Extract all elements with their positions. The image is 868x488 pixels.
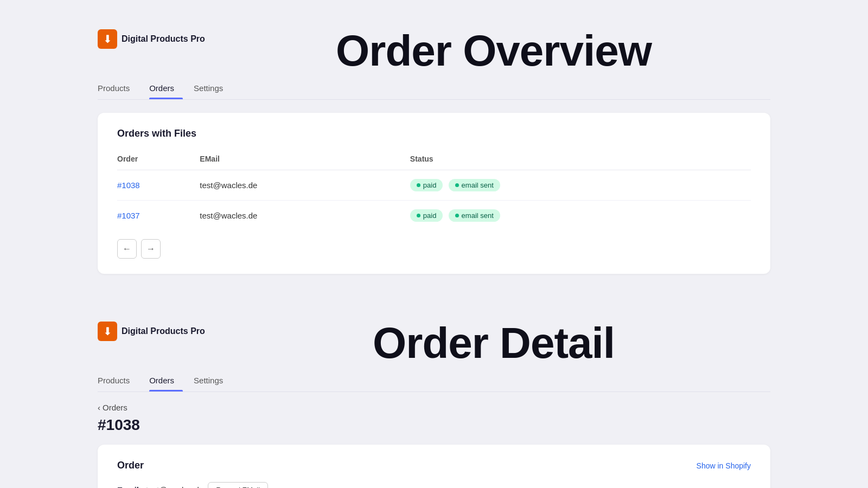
show-in-shopify-link[interactable]: Show in Shopify: [697, 461, 751, 470]
status-cell-2: paid email sent: [410, 201, 751, 231]
badge-email-sent-2: email sent: [449, 209, 500, 222]
orders-card-title: Orders with Files: [117, 128, 751, 139]
page-title-2: Order Detail: [217, 322, 770, 365]
nav-orders-1[interactable]: Orders: [149, 79, 183, 99]
orders-table: Order EMail Status #1038 test@wacles.de …: [117, 150, 751, 230]
nav-settings-2[interactable]: Settings: [194, 371, 232, 391]
table-row: #1038 test@wacles.de paid email sent: [117, 170, 751, 201]
order-overview-section: ⬇ Digital Products Pro Order Overview Pr…: [0, 0, 868, 303]
brand-name-1: Digital Products Pro: [122, 34, 205, 44]
badge-paid-1: paid: [410, 179, 443, 191]
brand-name-2: Digital Products Pro: [122, 326, 205, 336]
order-detail-section: ⬇ Digital Products Pro Order Detail Prod…: [0, 303, 868, 488]
brand-logo-2: ⬇ Digital Products Pro: [98, 322, 217, 341]
col-order: Order: [117, 150, 200, 170]
orders-card: Orders with Files Order EMail Status #10…: [98, 113, 770, 274]
email-label: Email:: [117, 485, 142, 488]
badge-paid-2: paid: [410, 209, 443, 222]
status-cell-1: paid email sent: [410, 170, 751, 201]
order-link-1037[interactable]: #1037: [117, 211, 140, 220]
brand-logo-1: ⬇ Digital Products Pro: [98, 29, 217, 49]
email-cell-2: test@wacles.de: [200, 201, 410, 231]
email-value: test@wacles.de: [146, 485, 203, 488]
nav-1: Products Orders Settings: [98, 73, 770, 100]
resend-email-button[interactable]: Resend EMail: [208, 482, 268, 488]
badge-email-sent-1: email sent: [449, 179, 500, 191]
nav-2: Products Orders Settings: [98, 365, 770, 392]
order-link-1038[interactable]: #1038: [117, 181, 140, 190]
pagination: ← →: [117, 239, 751, 259]
chevron-left-icon: ‹: [98, 403, 100, 412]
table-row: #1037 test@wacles.de paid email sent: [117, 201, 751, 231]
brand-icon-1: ⬇: [98, 29, 117, 49]
nav-settings-1[interactable]: Settings: [194, 79, 232, 99]
back-to-orders-link[interactable]: ‹ Orders: [98, 403, 127, 412]
email-cell-1: test@wacles.de: [200, 170, 410, 201]
nav-products-2[interactable]: Products: [98, 371, 138, 391]
col-email: EMail: [200, 150, 410, 170]
email-sent-dot-1: [455, 183, 459, 187]
prev-page-button[interactable]: ←: [117, 239, 137, 259]
nav-orders-2[interactable]: Orders: [149, 371, 183, 391]
detail-card-header: Order Show in Shopify: [117, 460, 751, 471]
page-title-1: Order Overview: [217, 29, 770, 73]
col-status: Status: [410, 150, 751, 170]
detail-card-title: Order: [117, 460, 144, 471]
nav-products-1[interactable]: Products: [98, 79, 138, 99]
order-number: #1038: [98, 416, 770, 434]
email-sent-dot-2: [455, 214, 459, 217]
next-page-button[interactable]: →: [141, 239, 161, 259]
paid-dot-1: [417, 183, 420, 187]
email-detail-row: Email: test@wacles.de Resend EMail: [117, 482, 751, 488]
order-detail-card: Order Show in Shopify Email: test@wacles…: [98, 445, 770, 488]
paid-dot-2: [417, 214, 420, 217]
brand-icon-2: ⬇: [98, 322, 117, 341]
